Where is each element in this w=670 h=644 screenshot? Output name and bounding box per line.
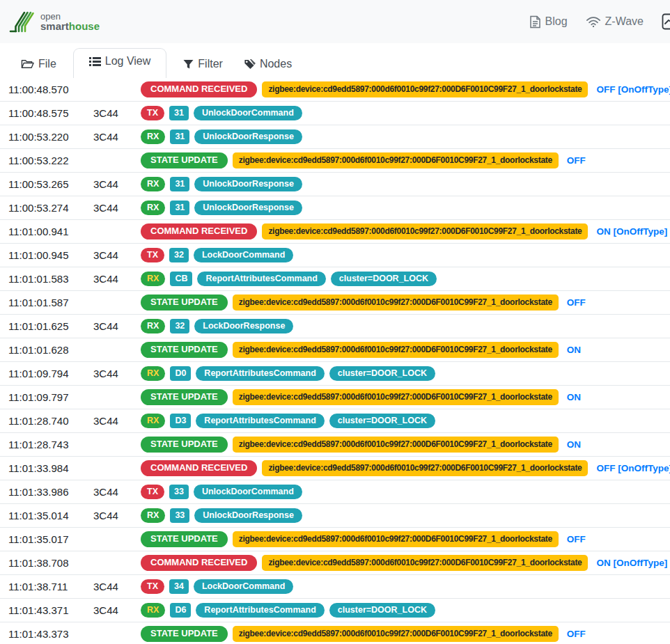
log-node: 3C44 [93, 604, 141, 616]
nav-blog-link[interactable]: Blog [529, 15, 568, 29]
logo-icon [7, 6, 38, 37]
log-row[interactable]: 11:01:33.984COMMAND RECEIVEDzigbee:devic… [0, 457, 670, 480]
log-row[interactable]: 11:00:53.2203C44RX31UnlockDoorResponse [0, 125, 670, 149]
log-badges: RX31UnlockDoorResponse [141, 201, 302, 216]
log-row[interactable]: 11:00:53.222STATE UPDATEzigbee:device:cd… [0, 149, 670, 173]
log-badges: RXCBReportAttributesCommandcluster=DOOR_… [141, 272, 437, 287]
sequence-badge: 31 [170, 129, 189, 145]
log-badges: COMMAND RECEIVEDzigbee:device:cd9edd5897… [141, 223, 667, 239]
log-row[interactable]: 11:00:48.5753C44TX31UnlockDoorCommand [0, 102, 670, 125]
device-badge: zigbee:device:cd9edd5897:000d6f0010c99f2… [233, 531, 559, 547]
tab-filter-label: Filter [198, 58, 223, 70]
log-badges: TX31UnlockDoorCommand [141, 106, 302, 121]
sequence-badge: 32 [170, 319, 189, 334]
list-icon [89, 56, 101, 67]
command-received-badge: COMMAND RECEIVED [141, 460, 257, 476]
log-node: 3C44 [93, 249, 141, 261]
device-badge: zigbee:device:cd9edd5897:000d6f0010c99f2… [262, 555, 588, 570]
log-row[interactable]: 11:01:38.7113C44TX34LockDoorCommand [0, 575, 670, 599]
command-badge: LockDoorCommand [194, 579, 293, 595]
nav-zwave-label: Z-Wave [605, 15, 644, 28]
command-received-badge: COMMAND RECEIVED [141, 223, 257, 239]
log-time: 11:01:01.625 [8, 320, 93, 332]
device-badge: zigbee:device:cd9edd5897:000d6f0010c99f2… [262, 223, 588, 239]
log-node: 3C44 [93, 510, 141, 521]
log-row[interactable]: 11:01:43.3713C44RXD6ReportAttributesComm… [0, 599, 670, 622]
log-row[interactable]: 11:01:28.7403C44RXD3ReportAttributesComm… [0, 409, 670, 433]
log-time: 11:01:01.587 [8, 297, 93, 308]
tab-log-view[interactable]: Log View [73, 48, 167, 78]
sequence-badge: D6 [170, 603, 191, 618]
log-row[interactable]: 11:01:01.628STATE UPDATEzigbee:device:cd… [0, 338, 670, 362]
log-row[interactable]: 11:01:33.9863C44TX33UnlockDoorCommand [0, 480, 670, 504]
log-time: 11:01:38.708 [8, 557, 93, 569]
log-node: 3C44 [93, 273, 141, 285]
device-badge: zigbee:device:cd9edd5897:000d6f0010c99f2… [233, 626, 559, 641]
tab-file-label: File [38, 58, 56, 70]
log-row[interactable]: 11:00:53.2743C44RX31UnlockDoorResponse [0, 196, 670, 220]
sequence-badge: 34 [169, 579, 189, 595]
nav-stats-link[interactable] [662, 13, 670, 30]
command-received-badge: COMMAND RECEIVED [141, 81, 257, 97]
log-time: 11:01:01.583 [8, 273, 93, 285]
log-badges: RXD3ReportAttributesCommandcluster=DOOR_… [141, 414, 435, 429]
log-time: 11:00:53.274 [8, 202, 93, 214]
wifi-icon [586, 16, 601, 28]
log-time: 11:01:09.797 [8, 391, 93, 403]
log-row[interactable]: 11:01:35.0143C44RX33UnlockDoorResponse [0, 504, 670, 528]
state-update-badge: STATE UPDATE [141, 389, 228, 405]
logo-smart: smart [40, 20, 69, 32]
command-received-badge: COMMAND RECEIVED [141, 555, 257, 571]
nav-zwave-link[interactable]: Z-Wave [586, 15, 644, 28]
logo-text: open smarthouse [40, 12, 100, 33]
device-badge: zigbee:device:cd9edd5897:000d6f0010c99f2… [233, 389, 559, 405]
direction-badge: TX [141, 579, 164, 595]
log-badges: RXD0ReportAttributesCommandcluster=DOOR_… [141, 366, 435, 382]
tags-icon [242, 58, 256, 70]
command-badge: LockDoorResponse [194, 319, 293, 334]
log-badges: COMMAND RECEIVEDzigbee:device:cd9edd5897… [141, 81, 670, 97]
device-badge: zigbee:device:cd9edd5897:000d6f0010c99f2… [233, 294, 559, 310]
log-node: 3C44 [93, 320, 141, 332]
log-time: 11:01:00.945 [8, 249, 93, 261]
log-row[interactable]: 11:01:28.743STATE UPDATEzigbee:device:cd… [0, 433, 670, 457]
cluster-badge: cluster=DOOR_LOCK [331, 272, 437, 287]
log-row[interactable]: 11:01:09.797STATE UPDATEzigbee:device:cd… [0, 386, 670, 409]
direction-badge: RX [141, 177, 165, 192]
tab-file[interactable]: File [11, 52, 66, 78]
direction-badge: RX [141, 508, 165, 524]
state-value: ON [OnOffType] [596, 226, 667, 237]
log-time: 11:01:43.373 [8, 628, 93, 640]
log-badges: TX34LockDoorCommand [141, 579, 293, 595]
log-row[interactable]: 11:00:48.570COMMAND RECEIVEDzigbee:devic… [0, 78, 670, 102]
log-row[interactable]: 11:01:01.587STATE UPDATEzigbee:device:cd… [0, 291, 670, 315]
sequence-badge: D0 [170, 366, 191, 382]
cluster-badge: cluster=DOOR_LOCK [329, 366, 435, 382]
log-time: 11:00:53.220 [8, 131, 93, 143]
log-row[interactable]: 11:01:09.7943C44RXD0ReportAttributesComm… [0, 362, 670, 386]
log-badges: RXD6ReportAttributesCommandcluster=DOOR_… [141, 603, 435, 618]
logo[interactable]: open smarthouse [7, 6, 100, 37]
state-update-badge: STATE UPDATE [141, 626, 228, 642]
direction-badge: TX [141, 106, 164, 121]
log-badges: STATE UPDATEzigbee:device:cd9edd5897:000… [141, 342, 581, 358]
log-row[interactable]: 11:00:53.2653C44RX31UnlockDoorResponse [0, 173, 670, 196]
log-badges: STATE UPDATEzigbee:device:cd9edd5897:000… [141, 626, 586, 642]
log-node: 3C44 [93, 368, 141, 379]
log-row[interactable]: 11:01:00.9453C44TX32LockDoorCommand [0, 244, 670, 267]
log-badges: RX33UnlockDoorResponse [141, 508, 302, 524]
log-row[interactable]: 11:01:00.941COMMAND RECEIVEDzigbee:devic… [0, 220, 670, 244]
log-row[interactable]: 11:01:35.017STATE UPDATEzigbee:device:cd… [0, 528, 670, 551]
log-node: 3C44 [93, 178, 141, 190]
log-row[interactable]: 11:01:38.708COMMAND RECEIVEDzigbee:devic… [0, 551, 670, 575]
log-badges: RX32LockDoorResponse [141, 319, 293, 334]
log-row[interactable]: 11:01:43.373STATE UPDATEzigbee:device:cd… [0, 622, 670, 644]
log-row[interactable]: 11:01:01.5833C44RXCBReportAttributesComm… [0, 267, 670, 291]
tab-nodes[interactable]: Nodes [233, 52, 302, 78]
direction-badge: TX [141, 248, 164, 263]
tab-filter[interactable]: Filter [173, 52, 233, 78]
log-row[interactable]: 11:01:01.6253C44RX32LockDoorResponse [0, 315, 670, 338]
state-value: OFF [567, 155, 586, 166]
command-badge: UnlockDoorCommand [194, 106, 302, 121]
log-time: 11:01:01.628 [8, 344, 93, 356]
